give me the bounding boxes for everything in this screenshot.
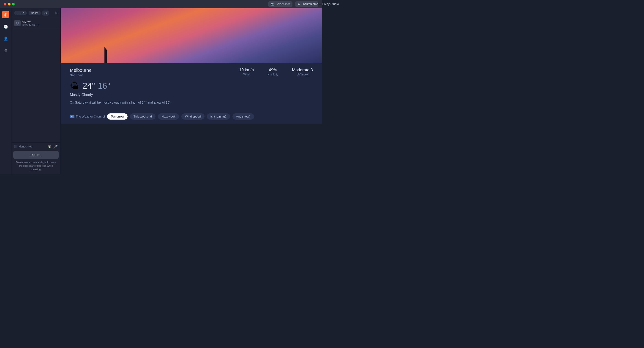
steps-icon: ▶: [298, 2, 300, 6]
run-nl-button[interactable]: Run NL: [13, 151, 59, 159]
location-name: Melbourne: [70, 68, 92, 73]
screenshot-button[interactable]: 📷 Screenshot: [268, 1, 292, 7]
title-bar: Simulator — Bixby Studio 📷 Screenshot ▶ …: [0, 0, 322, 8]
temp-display: 24° 16°: [83, 81, 110, 91]
capsule-info: ⬡ viv.twc bixby-tv-en-GB: [12, 18, 60, 28]
close-panel-button[interactable]: ✕: [55, 11, 58, 15]
gear-icon: ⚙: [44, 11, 47, 15]
chip-any-snow[interactable]: Any snow?: [232, 113, 254, 120]
chip-this-weekend[interactable]: This weekend: [130, 113, 156, 120]
wind-stat: 19 km/h Wind: [239, 68, 254, 76]
chip-next-week[interactable]: Next week: [158, 113, 179, 120]
temp-low: 16°: [98, 81, 110, 91]
left-panel-header: ← ← 1 Reset ⚙ ✕: [12, 8, 60, 18]
action-row: W The Weather Channel Tomorrow This week…: [61, 113, 322, 124]
provider-badge: W The Weather Channel: [70, 115, 105, 118]
temp-high: 24°: [83, 81, 95, 91]
window-title: Simulator — Bixby Studio: [305, 2, 322, 6]
main-layout: ◎ 🕐 👤 ⚙ ← ← 1 Reset ⚙ ✕ ⬡: [0, 8, 322, 174]
weather-condition-icon: 🌤: [70, 81, 79, 91]
chip-tomorrow[interactable]: Tomorrow: [107, 113, 128, 120]
condition-text: Mostly Cloudy: [70, 93, 313, 97]
capsule-icon: ⬡: [14, 20, 20, 26]
hands-free-checkbox[interactable]: [14, 145, 18, 148]
provider-icon: W: [70, 115, 74, 118]
hands-free-control: Hands-free: [14, 145, 32, 148]
weather-stats: 19 km/h Wind 49% Humidity Moderate 3 UV …: [239, 68, 313, 76]
uv-label: UV Index: [292, 73, 313, 76]
provider-name: The Weather Channel: [76, 115, 105, 118]
sidebar-icons: ◎ 🕐 👤 ⚙: [0, 8, 12, 174]
weather-top-row: Melbourne Saturday 19 km/h Wind 49% Humi…: [70, 68, 313, 77]
bottom-controls: Hands-free 🔇 🎤: [12, 143, 60, 151]
maximize-traffic-light[interactable]: [12, 3, 15, 5]
weather-main-row: 🌤 24° 16°: [70, 81, 313, 91]
hero-gradient: [61, 8, 322, 63]
uv-stat: Moderate 3 UV Index: [292, 68, 313, 76]
settings-icon: ⚙: [4, 48, 7, 53]
date-label: Saturday: [70, 73, 92, 77]
history-icon: 🕐: [4, 24, 8, 29]
sidebar-item-bixby[interactable]: ◎: [2, 11, 10, 18]
hint-text: To use voice commands, hold down the spa…: [12, 161, 60, 174]
weather-description: On Saturday, it will be mostly cloudy wi…: [70, 101, 313, 104]
input-area: [12, 28, 60, 143]
weather-info: Melbourne Saturday 19 km/h Wind 49% Humi…: [61, 63, 322, 113]
capsule-id: bixby-tv-en-GB: [22, 23, 39, 26]
nl-input[interactable]: [13, 30, 59, 83]
building-silhouette: [100, 47, 111, 63]
close-traffic-light[interactable]: [4, 3, 6, 5]
camera-icon: 📷: [271, 2, 274, 6]
user-icon: 👤: [4, 36, 8, 41]
uv-value: Moderate 3: [292, 68, 313, 72]
back-button[interactable]: ← ← 1: [14, 11, 27, 15]
minimize-traffic-light[interactable]: [8, 3, 10, 5]
humidity-stat: 49% Humidity: [268, 68, 278, 76]
sidebar-item-history[interactable]: 🕐: [2, 23, 10, 30]
chip-is-raining[interactable]: Is it raining?: [207, 113, 230, 120]
back-icon: ←: [16, 12, 19, 14]
bixby-logo-icon: ◎: [4, 12, 8, 17]
wind-label: Wind: [239, 73, 254, 76]
sidebar-item-settings[interactable]: ⚙: [2, 47, 10, 54]
reset-button[interactable]: Reset: [29, 11, 40, 15]
volume-icon[interactable]: 🔇: [48, 145, 51, 148]
title-bar-left: [4, 3, 15, 5]
wind-value: 19 km/h: [239, 68, 254, 72]
panel-settings-button[interactable]: ⚙: [42, 10, 49, 15]
left-panel: ← ← 1 Reset ⚙ ✕ ⬡ viv.twc bixby-tv-en-GB: [12, 8, 61, 174]
weather-hero: [61, 8, 322, 63]
humidity-label: Humidity: [268, 73, 278, 76]
location-block: Melbourne Saturday: [70, 68, 92, 77]
humidity-value: 49%: [268, 68, 278, 72]
sidebar-item-user[interactable]: 👤: [2, 35, 10, 42]
weather-card: Melbourne Saturday 19 km/h Wind 49% Humi…: [61, 8, 322, 174]
cube-icon: ⬡: [16, 21, 19, 25]
capsule-text: viv.twc bixby-tv-en-GB: [22, 20, 39, 26]
hands-free-label: Hands-free: [19, 145, 32, 148]
traffic-lights: [4, 3, 15, 5]
mic-icon[interactable]: 🎤: [53, 145, 58, 149]
simulator-panel: Melbourne Saturday 19 km/h Wind 49% Humi…: [61, 8, 322, 174]
capsule-name: viv.twc: [22, 20, 39, 23]
chip-wind-speed[interactable]: Wind speed: [182, 113, 204, 120]
